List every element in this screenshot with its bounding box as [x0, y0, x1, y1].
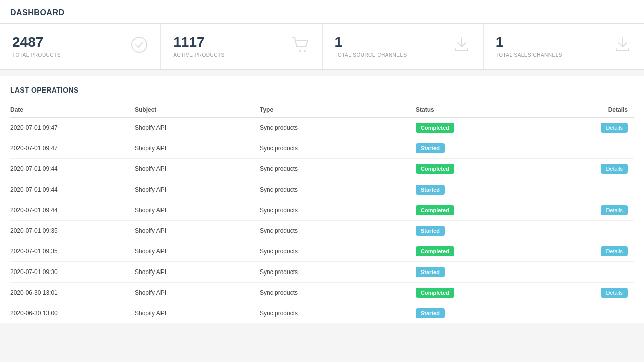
stat-number-total-products: 2487 — [12, 35, 61, 50]
cell-status: Completed — [416, 118, 540, 138]
cell-type: Sync products — [260, 303, 416, 324]
cell-status: Completed — [416, 159, 540, 179]
cell-status: Started — [416, 262, 540, 283]
table-row: 2020-07-01 09:35 Shopify API Sync produc… — [10, 221, 634, 241]
status-badge: Completed — [416, 246, 454, 256]
stat-label-total-sales-channels: TOTAL SALES CHANNELS — [496, 52, 562, 58]
operations-section: LAST OPERATIONS Date Subject Type Status… — [0, 76, 644, 323]
col-status: Status — [416, 102, 540, 118]
page-title: DASHBOARD — [10, 8, 65, 17]
table-row: 2020-07-01 09:44 Shopify API Sync produc… — [10, 179, 634, 200]
cell-subject: Shopify API — [135, 138, 260, 159]
status-badge: Started — [416, 308, 445, 318]
stat-content-total-products: 2487 TOTAL PRODUCTS — [12, 35, 61, 58]
page-header: DASHBOARD — [0, 0, 644, 24]
details-button[interactable]: Details — [601, 246, 628, 256]
cell-type: Sync products — [260, 221, 416, 241]
col-type: Type — [260, 102, 416, 118]
cell-date: 2020-07-01 09:44 — [10, 159, 135, 179]
cart-icon — [292, 37, 310, 56]
stat-card-total-source-channels: 1 TOTAL SOURCE CHANNELS — [323, 24, 484, 69]
cell-date: 2020-07-01 09:35 — [10, 221, 135, 241]
status-badge: Completed — [416, 288, 454, 298]
cell-status: Completed — [416, 283, 540, 303]
table-row: 2020-07-01 09:30 Shopify API Sync produc… — [10, 262, 634, 283]
col-date: Date — [10, 102, 135, 118]
operations-table-wrap: Date Subject Type Status Details 2020-07… — [10, 102, 634, 323]
stat-content-active-products: 1117 ACTIVE PRODUCTS — [173, 35, 225, 58]
cell-subject: Shopify API — [135, 200, 260, 221]
cell-type: Sync products — [260, 283, 416, 303]
cell-details — [540, 138, 634, 159]
svg-point-2 — [304, 50, 306, 52]
stat-label-active-products: ACTIVE PRODUCTS — [173, 52, 225, 58]
stat-number-active-products: 1117 — [173, 35, 225, 50]
cell-type: Sync products — [260, 241, 416, 262]
table-row: 2020-06-30 13:01 Shopify API Sync produc… — [10, 283, 634, 303]
cell-status: Started — [416, 179, 540, 200]
col-details: Details — [540, 102, 634, 118]
cell-details — [540, 221, 634, 241]
check-circle-icon — [130, 36, 148, 57]
table-row: 2020-07-01 09:35 Shopify API Sync produc… — [10, 241, 634, 262]
cell-details — [540, 262, 634, 283]
operations-table: Date Subject Type Status Details 2020-07… — [10, 102, 634, 323]
cell-details — [540, 179, 634, 200]
stat-content-total-source-channels: 1 TOTAL SOURCE CHANNELS — [335, 35, 407, 58]
status-badge: Completed — [416, 123, 454, 133]
cell-type: Sync products — [260, 179, 416, 200]
details-button[interactable]: Details — [601, 123, 628, 133]
stat-number-total-sales-channels: 1 — [496, 35, 562, 50]
cell-date: 2020-07-01 09:44 — [10, 200, 135, 221]
cell-date: 2020-06-30 13:01 — [10, 283, 135, 303]
status-badge: Started — [416, 226, 445, 236]
cell-details: Details — [540, 200, 634, 221]
cell-type: Sync products — [260, 159, 416, 179]
cell-date: 2020-07-01 09:44 — [10, 179, 135, 200]
cell-date: 2020-07-01 09:47 — [10, 138, 135, 159]
status-badge: Started — [416, 267, 445, 277]
table-header-row: Date Subject Type Status Details — [10, 102, 634, 118]
cell-details: Details — [540, 241, 634, 262]
cell-status: Completed — [416, 241, 540, 262]
status-badge: Completed — [416, 164, 454, 174]
cell-subject: Shopify API — [135, 221, 260, 241]
download-icon — [453, 36, 471, 57]
cell-subject: Shopify API — [135, 241, 260, 262]
details-button[interactable]: Details — [601, 288, 628, 298]
cell-details — [540, 303, 634, 324]
cell-type: Sync products — [260, 200, 416, 221]
details-button[interactable]: Details — [601, 205, 628, 215]
col-subject: Subject — [135, 102, 260, 118]
table-head: Date Subject Type Status Details — [10, 102, 634, 118]
cell-date: 2020-07-01 09:47 — [10, 118, 135, 138]
table-body: 2020-07-01 09:47 Shopify API Sync produc… — [10, 118, 634, 324]
cell-type: Sync products — [260, 262, 416, 283]
stat-card-active-products: 1117 ACTIVE PRODUCTS — [161, 24, 322, 69]
stat-card-total-products: 2487 TOTAL PRODUCTS — [0, 24, 161, 69]
stat-label-total-source-channels: TOTAL SOURCE CHANNELS — [335, 52, 407, 58]
cell-type: Sync products — [260, 138, 416, 159]
cell-subject: Shopify API — [135, 303, 260, 324]
status-badge: Completed — [416, 205, 454, 215]
sales-icon — [614, 36, 632, 57]
cell-status: Started — [416, 221, 540, 241]
status-badge: Started — [416, 143, 445, 153]
page-container: DASHBOARD 2487 TOTAL PRODUCTS 1117 ACTIV… — [0, 0, 644, 323]
cell-subject: Shopify API — [135, 179, 260, 200]
stat-label-total-products: TOTAL PRODUCTS — [12, 52, 61, 58]
table-row: 2020-07-01 09:47 Shopify API Sync produc… — [10, 138, 634, 159]
cell-subject: Shopify API — [135, 159, 260, 179]
cell-details: Details — [540, 118, 634, 138]
table-row: 2020-07-01 09:44 Shopify API Sync produc… — [10, 159, 634, 179]
cell-date: 2020-07-01 09:35 — [10, 241, 135, 262]
table-row: 2020-07-01 09:47 Shopify API Sync produc… — [10, 118, 634, 138]
cell-subject: Shopify API — [135, 283, 260, 303]
stat-card-total-sales-channels: 1 TOTAL SALES CHANNELS — [484, 24, 644, 69]
details-button[interactable]: Details — [601, 164, 628, 174]
cell-details: Details — [540, 159, 634, 179]
table-row: 2020-06-30 13:00 Shopify API Sync produc… — [10, 303, 634, 324]
cell-subject: Shopify API — [135, 118, 260, 138]
cell-type: Sync products — [260, 118, 416, 138]
status-badge: Started — [416, 185, 445, 195]
